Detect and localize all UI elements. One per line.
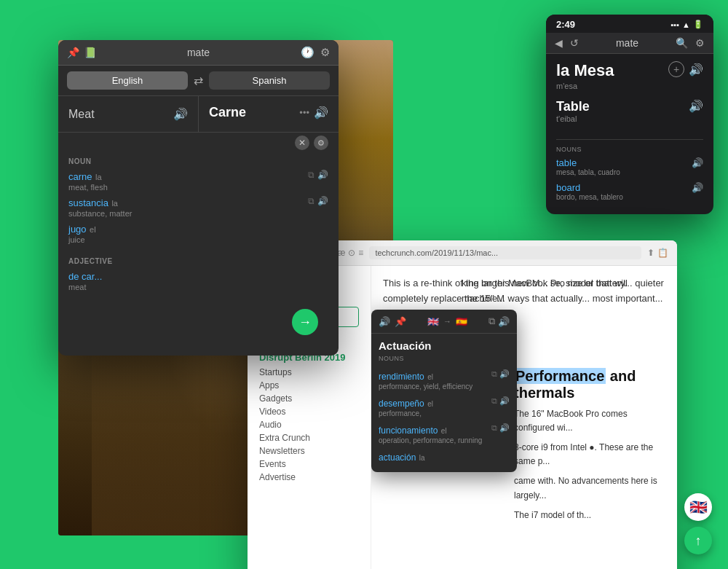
source-speaker-icon[interactable]: 🔊	[173, 107, 188, 121]
iphone-divider-1	[556, 139, 703, 140]
entry-gender-jugo: el	[90, 225, 96, 234]
source-language-button[interactable]: English	[67, 71, 188, 90]
iphone-settings-icon[interactable]: ⚙	[695, 37, 705, 49]
iphone-translation-speaker-icon[interactable]: 🔊	[689, 99, 703, 113]
iphone-meanings-board: bordo, mesa, tablero	[556, 193, 623, 201]
navigate-arrow-button[interactable]: →	[292, 309, 318, 335]
dict-entry-carne: carne la meat, flesh ⧉ 🔊	[68, 170, 328, 192]
popup-copy-funcionamiento-icon[interactable]: ⧉	[491, 423, 497, 433]
settings-circle-button[interactable]: ⚙	[314, 136, 328, 150]
browser-icon-4[interactable]: ≡	[358, 248, 363, 258]
browser-right-icons: ⬆ 📋	[647, 248, 668, 258]
book-icon[interactable]: 📗	[84, 47, 96, 58]
sidebar-nav-advertise[interactable]: Advertise	[259, 472, 359, 482]
dict-entry-jugo: jugo el juice	[68, 222, 328, 244]
copy-sustancia-icon[interactable]: ⧉	[308, 196, 314, 206]
sidebar-nav-events[interactable]: Events	[259, 459, 359, 469]
entry-meaning-carne: meat, flesh	[68, 183, 108, 192]
article-text-side: king on this new M... se, size or batter…	[462, 276, 665, 307]
source-word-area: Meat 🔊	[58, 96, 199, 132]
iphone-nouns-label: NOUNS	[556, 146, 703, 153]
browser-bookmark-icon[interactable]: 📋	[657, 248, 668, 258]
swap-languages-icon[interactable]: ⇄	[194, 74, 203, 87]
article-text-5: The i7 model of th...	[514, 509, 665, 522]
popup-speaker-icon[interactable]: 🔊	[379, 316, 390, 327]
iphone-entry-table: table mesa, tabla, cuadro 🔊	[556, 157, 703, 176]
browser-icon-2[interactable]: æ	[338, 248, 346, 258]
translate-popup: 🔊 📌 🇬🇧 → 🇪🇸 ⧉ 🔊 Actuación NOUNS	[371, 310, 517, 472]
iphone-main-speaker-icon[interactable]: 🔊	[689, 63, 703, 76]
noun-section: NOUN carne la meat, flesh ⧉ 🔊 sustancia …	[58, 150, 339, 254]
close-button[interactable]: ✕	[295, 136, 309, 150]
popup-word-text: Actuación	[371, 334, 517, 355]
iphone-window: 2:49 ▪▪▪ ▲ 🔋 ◀ ↺ mate 🔍 ⚙ la Mesa m'esa …	[546, 15, 713, 214]
browser-share-icon[interactable]: ⬆	[647, 248, 654, 258]
iphone-word-table: table	[556, 157, 620, 168]
browser-url-bar[interactable]: techcrunch.com/2019/11/13/mac...	[369, 246, 641, 259]
popup-meanings-rendimiento: performance, yield, efficiency	[379, 382, 472, 391]
more-options-icon[interactable]: •••	[299, 107, 309, 118]
article-text-3: 8-core i9 from Intel ●. These are the sa…	[514, 441, 665, 468]
popup-header-left: 🔊 📌	[379, 316, 406, 327]
sound-sustancia-icon[interactable]: 🔊	[317, 196, 328, 206]
popup-sound-rendimiento-icon[interactable]: 🔊	[499, 369, 510, 379]
sidebar-nav-startups[interactable]: Startups	[259, 367, 359, 377]
browser-icon-3[interactable]: ⊙	[348, 248, 355, 258]
popup-word-desempeno: desempeño	[379, 399, 424, 409]
iphone-speaker-table-icon[interactable]: 🔊	[692, 157, 703, 168]
language-bar: English ⇄ Spanish	[58, 66, 339, 96]
noun-pos-label: NOUN	[68, 157, 328, 165]
popup-copy-icon[interactable]: ⧉	[488, 315, 495, 327]
iphone-toolbar: ◀ ↺ mate 🔍 ⚙	[546, 33, 713, 54]
sidebar-nav-apps[interactable]: Apps	[259, 380, 359, 391]
popup-flag-en[interactable]: 🇬🇧	[426, 314, 440, 329]
popup-pin-icon[interactable]: 📌	[395, 316, 406, 327]
sidebar-nav-audio[interactable]: Audio	[259, 420, 359, 430]
popup-meanings-funcionamiento: operation, performance, running	[379, 436, 482, 444]
sidebar-nav-gadgets[interactable]: Gadgets	[259, 393, 359, 404]
popup-flag-es[interactable]: 🇪🇸	[454, 314, 469, 329]
entry-word-carne: carne	[68, 171, 92, 182]
flag-button[interactable]: 🇬🇧	[684, 493, 712, 521]
iphone-add-icon[interactable]: +	[668, 61, 684, 77]
source-word-text: Meat	[68, 108, 95, 121]
sound-carne-icon[interactable]: 🔊	[317, 170, 328, 180]
sidebar-nav-videos[interactable]: Videos	[259, 407, 359, 417]
iphone-reload-icon[interactable]: ↺	[570, 37, 579, 49]
adjective-pos-label: ADJECTIVE	[68, 257, 328, 265]
iphone-speaker-board-icon[interactable]: 🔊	[692, 182, 703, 193]
sidebar-nav-extra-crunch[interactable]: Extra Crunch	[259, 433, 359, 443]
popup-sound-funcionamiento-icon[interactable]: 🔊	[499, 423, 510, 433]
entry-word-sustancia: sustancia	[68, 197, 108, 208]
pin-icon[interactable]: 📌	[67, 47, 79, 58]
popup-sound-desempeno-icon[interactable]: 🔊	[499, 396, 510, 406]
scroll-up-button[interactable]: ↑	[684, 527, 712, 554]
entry-meaning-sustancia: substance, matter	[68, 209, 132, 218]
target-speaker-icon[interactable]: 🔊	[314, 106, 328, 119]
entry-gender-sustancia: la	[111, 199, 118, 208]
iphone-translation-word: Table	[556, 99, 590, 114]
iphone-word-board: board	[556, 182, 623, 193]
popup-copy-desempeno-icon[interactable]: ⧉	[491, 396, 497, 406]
entry-word-jugo: jugo	[68, 224, 87, 235]
iphone-content-area: la Mesa m'esa + 🔊 Table t'eibal 🔊 NOUNS …	[546, 54, 713, 214]
copy-carne-icon[interactable]: ⧉	[308, 170, 314, 180]
iphone-back-icon[interactable]: ◀	[555, 37, 563, 49]
popup-entry-actuacion: actuación la	[371, 447, 517, 466]
iphone-entry-board: board bordo, mesa, tablero 🔊	[556, 182, 703, 201]
entry-gender-carne: la	[95, 173, 102, 181]
iphone-meanings-table: mesa, tabla, cuadro	[556, 168, 620, 176]
dict-entry-decar: de car... meat	[68, 270, 328, 291]
clock-icon[interactable]: 🕐	[301, 46, 314, 59]
entry-meaning-jugo: juice	[68, 235, 96, 244]
iphone-search-icon[interactable]: 🔍	[676, 37, 688, 49]
popup-speaker2-icon[interactable]: 🔊	[498, 316, 510, 327]
iphone-main-phonetic: m'esa	[556, 82, 614, 90]
iphone-app-name: mate	[616, 37, 638, 49]
iphone-status-icons: ▪▪▪ ▲ 🔋	[670, 20, 703, 29]
gear-icon[interactable]: ⚙	[320, 46, 330, 59]
iphone-main-word: la Mesa	[556, 61, 614, 80]
sidebar-nav-newsletters[interactable]: Newsletters	[259, 446, 359, 456]
target-language-button[interactable]: Spanish	[209, 71, 330, 90]
popup-copy-rendimiento-icon[interactable]: ⧉	[491, 369, 497, 379]
